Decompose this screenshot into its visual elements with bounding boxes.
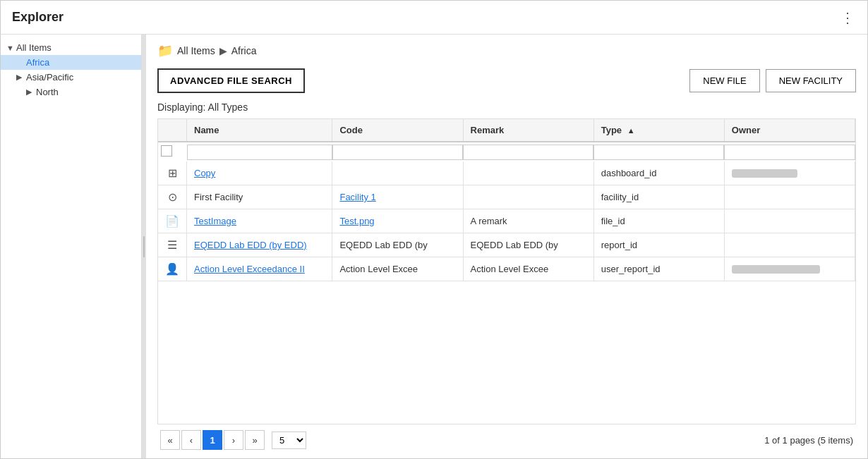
file-icon: 📄 [165, 215, 179, 227]
prev-page-button[interactable]: ‹ [181, 430, 201, 450]
row-owner-cell: ████████████████ [724, 257, 855, 281]
next-page-button[interactable]: › [224, 430, 243, 450]
row-code-cell [332, 161, 463, 185]
row-code-cell[interactable]: Test.png [332, 209, 463, 233]
row-remark-cell [463, 185, 593, 209]
col-header-name[interactable]: Name [187, 119, 332, 142]
filter-row [158, 142, 855, 161]
table-row: ☰EQEDD Lab EDD (by EDD)EQEDD Lab EDD (by… [158, 233, 855, 257]
col-header-owner[interactable]: Owner [724, 119, 855, 142]
row-name-cell[interactable]: TestImage [187, 209, 332, 233]
content-area: 📁 All Items ▶ Africa ADVANCED FILE SEARC… [146, 35, 867, 458]
row-icon-cell: ⊞ [158, 161, 187, 185]
filter-code-cell [332, 142, 463, 161]
table-wrapper: Name Code Remark Type ▲ Owner [157, 118, 856, 424]
sidebar-item-north[interactable]: ▶ North [1, 85, 141, 99]
page-1-button[interactable]: 1 [203, 430, 222, 450]
sidebar-label-asia-pacific: Asia/Pacific [26, 72, 73, 82]
row-icon-cell: 👤 [158, 257, 187, 281]
arrow-all-items: ▼ [6, 44, 16, 52]
col-header-code[interactable]: Code [332, 119, 463, 142]
table-header-row: Name Code Remark Type ▲ Owner [158, 119, 855, 142]
filter-name-input[interactable] [187, 145, 332, 160]
last-page-button[interactable]: » [245, 430, 265, 450]
table-row: ⊙First FacilityFacility 1facility_id [158, 185, 855, 209]
per-page-dropdown[interactable]: 5 10 25 [272, 432, 306, 449]
arrow-asia-pacific: ▶ [16, 73, 26, 82]
per-page-select: 5 10 25 [272, 432, 306, 449]
row-owner-blurred: ████████████████ [732, 265, 820, 274]
toolbar: ADVANCED FILE SEARCH NEW FILE NEW FACILI… [157, 68, 856, 93]
row-name-cell[interactable]: EQEDD Lab EDD (by EDD) [187, 233, 332, 257]
main-layout: ▼ All Items Africa ▶ Asia/Pacific ▶ Nort… [1, 35, 867, 458]
table-body: ⊞Copydashboard_id████████████⊙First Faci… [158, 161, 855, 281]
row-owner-cell: ████████████ [724, 161, 855, 185]
filter-checkbox-cell [158, 142, 187, 161]
row-owner-cell [724, 209, 855, 233]
row-type-cell: user_report_id [593, 257, 724, 281]
row-type-cell: facility_id [593, 185, 724, 209]
sort-asc-icon: ▲ [627, 126, 635, 135]
filter-owner-input[interactable] [724, 145, 855, 160]
sidebar-item-all-items[interactable]: ▼ All Items [1, 40, 141, 55]
col-header-type[interactable]: Type ▲ [593, 119, 724, 142]
sidebar-item-asia-pacific[interactable]: ▶ Asia/Pacific [1, 70, 141, 85]
filter-owner-cell [724, 142, 855, 161]
filter-code-input[interactable] [332, 145, 463, 160]
sidebar-label-all-items: All Items [16, 42, 52, 53]
row-name-cell[interactable]: Action Level Exceedance II [187, 257, 332, 281]
row-icon-cell: ☰ [158, 233, 187, 257]
row-name-link[interactable]: EQEDD Lab EDD (by EDD) [194, 240, 307, 250]
filter-name-cell [187, 142, 332, 161]
new-facility-button[interactable]: NEW FACILITY [766, 69, 856, 92]
table-row: 📄TestImageTest.pngA remarkfile_id [158, 209, 855, 233]
row-name-link[interactable]: Copy [194, 168, 215, 178]
filter-remark-input[interactable] [463, 145, 593, 160]
row-remark-cell: EQEDD Lab EDD (by [463, 233, 593, 257]
row-code-cell: EQEDD Lab EDD (by [332, 233, 463, 257]
row-type-cell: file_id [593, 209, 724, 233]
row-remark-cell: Action Level Excee [463, 257, 593, 281]
new-file-button[interactable]: NEW FILE [689, 69, 759, 92]
table-row: 👤Action Level Exceedance IIAction Level … [158, 257, 855, 281]
sidebar-label-north: North [36, 87, 59, 97]
facility-icon: ⊙ [168, 191, 177, 203]
breadcrumb: 📁 All Items ▶ Africa [157, 43, 856, 59]
row-code-cell: Action Level Excee [332, 257, 463, 281]
row-remark-cell: A remark [463, 209, 593, 233]
col-header-icon [158, 119, 187, 142]
sidebar-item-africa[interactable]: Africa [1, 55, 141, 70]
select-all-checkbox[interactable] [161, 145, 172, 157]
row-type-cell: dashboard_id [593, 161, 724, 185]
user-report-icon: 👤 [165, 263, 179, 275]
app-title: Explorer [12, 10, 64, 25]
row-owner-cell [724, 185, 855, 209]
sidebar: ▼ All Items Africa ▶ Asia/Pacific ▶ Nort… [1, 35, 142, 458]
breadcrumb-current: Africa [231, 45, 257, 56]
report-icon: ☰ [167, 239, 177, 251]
row-code-link[interactable]: Facility 1 [339, 192, 375, 202]
displaying-label: Displaying: All Types [157, 102, 856, 113]
row-type-cell: report_id [593, 233, 724, 257]
filter-type-cell [593, 142, 724, 161]
row-name-link[interactable]: Action Level Exceedance II [194, 264, 305, 274]
row-name-link[interactable]: TestImage [194, 216, 236, 226]
filter-remark-cell [463, 142, 593, 161]
advanced-file-search-button[interactable]: ADVANCED FILE SEARCH [157, 68, 305, 93]
folder-icon: 📁 [157, 43, 173, 59]
breadcrumb-arrow: ▶ [219, 45, 227, 56]
filter-type-input[interactable] [593, 145, 724, 160]
app-header: Explorer ⋮ [1, 1, 867, 35]
first-page-button[interactable]: « [160, 430, 180, 450]
row-remark-cell [463, 161, 593, 185]
row-owner-blurred: ████████████ [732, 169, 798, 178]
row-code-link[interactable]: Test.png [339, 216, 374, 226]
col-header-remark[interactable]: Remark [463, 119, 593, 142]
row-name-cell[interactable]: Copy [187, 161, 332, 185]
sidebar-label-africa: Africa [26, 57, 49, 68]
main-table: Name Code Remark Type ▲ Owner [158, 119, 855, 281]
row-code-cell[interactable]: Facility 1 [332, 185, 463, 209]
more-options-icon[interactable]: ⋮ [840, 9, 856, 26]
pagination-controls: « ‹ 1 › » 5 10 25 [160, 430, 306, 450]
breadcrumb-all-items[interactable]: All Items [177, 45, 215, 56]
